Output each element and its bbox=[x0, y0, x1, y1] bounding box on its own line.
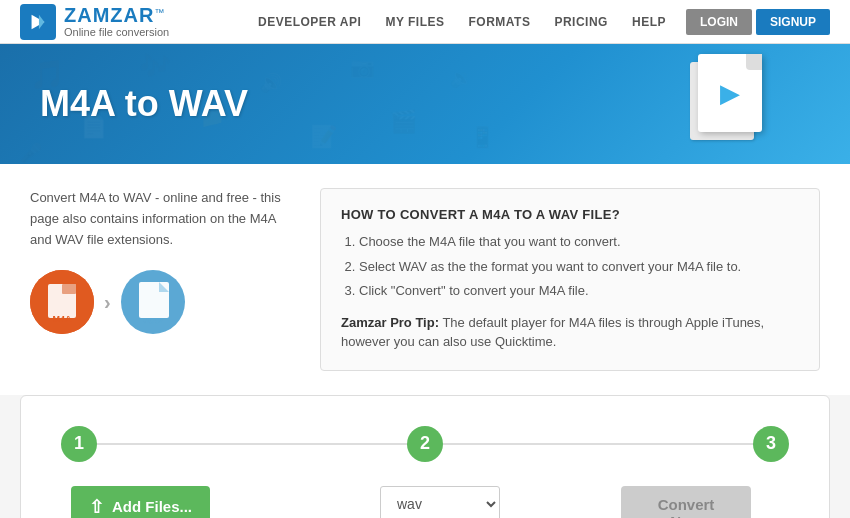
header: ZAMZAR™ Online file conversion DEVELOPER… bbox=[0, 0, 850, 44]
format-select[interactable]: wav mp3 ogg flac aac mp4 m4a bbox=[380, 486, 500, 519]
upload-icon: ⇧ bbox=[89, 496, 104, 518]
logo-text: ZAMZAR™ Online file conversion bbox=[64, 4, 169, 38]
svg-text:📱: 📱 bbox=[470, 125, 495, 149]
wav-icon: WAV bbox=[121, 270, 185, 334]
m4a-icon: M4A bbox=[30, 270, 94, 334]
hero-title: M4A to WAV bbox=[40, 83, 248, 125]
add-files-label: Add Files... bbox=[112, 498, 192, 515]
svg-text:🎤: 🎤 bbox=[20, 142, 43, 164]
action-add-files: ⇧ Add Files... Drag & drop files, or sel… bbox=[41, 486, 317, 519]
main-content: Convert M4A to WAV - online and free - t… bbox=[0, 164, 850, 395]
howto-title: HOW TO CONVERT A M4A TO A WAV FILE? bbox=[341, 207, 799, 222]
step-line-2 bbox=[443, 443, 753, 445]
steps-row: 1 2 3 bbox=[41, 426, 809, 462]
add-files-button[interactable]: ⇧ Add Files... bbox=[71, 486, 210, 519]
main-nav: DEVELOPER API MY FILES FORMATS PRICING H… bbox=[246, 0, 830, 44]
actions-row: ⇧ Add Files... Drag & drop files, or sel… bbox=[41, 486, 809, 519]
svg-text:📷: 📷 bbox=[350, 55, 375, 79]
nav-formats[interactable]: FORMATS bbox=[457, 0, 543, 44]
svg-text:M4A: M4A bbox=[52, 314, 72, 324]
step-3: Click "Convert" to convert your M4A file… bbox=[359, 281, 799, 301]
svg-text:🔉: 🔉 bbox=[450, 67, 473, 89]
nav-help[interactable]: HELP bbox=[620, 0, 678, 44]
converter-box: 1 2 3 ⇧ Add Files... Drag & drop files, … bbox=[20, 395, 830, 519]
pro-tip: Zamzar Pro Tip: The default player for M… bbox=[341, 313, 799, 352]
convert-button[interactable]: Convert Now bbox=[621, 486, 751, 519]
svg-text:🔊: 🔊 bbox=[260, 72, 283, 94]
action-convert: Convert Now (And agree to our Terms ) Em… bbox=[563, 486, 809, 519]
nav-pricing[interactable]: PRICING bbox=[542, 0, 620, 44]
step-1-circle: 1 bbox=[61, 426, 97, 462]
svg-text:🎶: 🎶 bbox=[140, 51, 170, 80]
svg-rect-15 bbox=[62, 284, 76, 294]
signup-button[interactable]: SIGNUP bbox=[756, 9, 830, 35]
logo-name: ZAMZAR bbox=[64, 4, 154, 26]
hero-file-visual: ▶ bbox=[680, 54, 770, 154]
format-arrow: › bbox=[104, 291, 111, 314]
format-icons: M4A › WAV bbox=[30, 270, 290, 334]
right-column: HOW TO CONVERT A M4A TO A WAV FILE? Choo… bbox=[320, 188, 820, 371]
howto-steps: Choose the M4A file that you want to con… bbox=[341, 232, 799, 301]
step-2-circle: 2 bbox=[407, 426, 443, 462]
svg-marker-1 bbox=[39, 14, 44, 29]
logo-icon bbox=[20, 4, 56, 40]
svg-text:📝: 📝 bbox=[310, 123, 338, 150]
step-1: Choose the M4A file that you want to con… bbox=[359, 232, 799, 252]
svg-rect-18 bbox=[139, 282, 169, 318]
action-format: wav mp3 ogg flac aac mp4 m4a Or choose a… bbox=[317, 486, 563, 519]
nav-developer-api[interactable]: DEVELOPER API bbox=[246, 0, 373, 44]
logo: ZAMZAR™ Online file conversion bbox=[20, 4, 169, 40]
howto-box: HOW TO CONVERT A M4A TO A WAV FILE? Choo… bbox=[320, 188, 820, 371]
step-line-1 bbox=[97, 443, 407, 445]
description-text: Convert M4A to WAV - online and free - t… bbox=[30, 188, 290, 250]
left-column: Convert M4A to WAV - online and free - t… bbox=[30, 188, 290, 371]
hero-banner: 🎵 📄 🎶 📁 🔊 📝 🎤 📷 🎬 🔉 📱 M4A to WAV ▶ bbox=[0, 44, 850, 164]
login-button[interactable]: LOGIN bbox=[686, 9, 752, 35]
svg-text:WAV: WAV bbox=[143, 316, 163, 326]
logo-sub: Online file conversion bbox=[64, 26, 169, 38]
step-3-circle: 3 bbox=[753, 426, 789, 462]
svg-text:🎬: 🎬 bbox=[390, 108, 418, 135]
step-2: Select WAV as the the format you want to… bbox=[359, 257, 799, 277]
nav-my-files[interactable]: MY FILES bbox=[373, 0, 456, 44]
pro-tip-label: Zamzar Pro Tip: bbox=[341, 315, 439, 330]
